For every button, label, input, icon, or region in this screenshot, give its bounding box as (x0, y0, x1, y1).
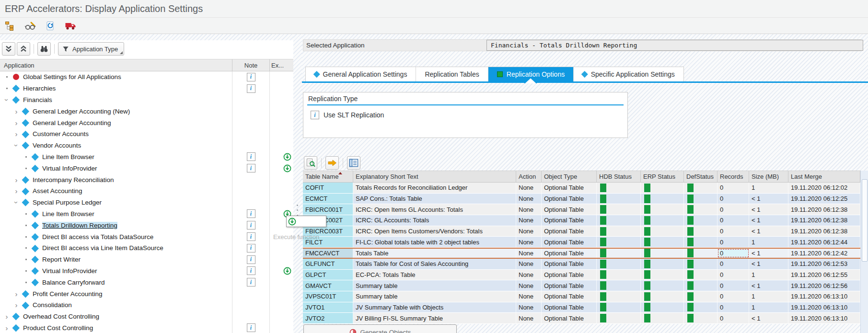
cell-action[interactable]: None (516, 226, 542, 237)
cell-size-mb[interactable]: < 1 (749, 226, 788, 237)
find-binoculars-button[interactable] (37, 42, 51, 56)
cell-erp-status[interactable] (641, 259, 684, 269)
tree-item[interactable]: ›Product Cost Controllingi (0, 322, 293, 333)
note-info-icon[interactable]: i (247, 209, 255, 218)
collapse-node-icon[interactable]: › (13, 198, 20, 207)
cell-erp-status[interactable] (641, 215, 684, 226)
cell-erp-status[interactable] (641, 280, 684, 291)
cell-erp-status[interactable] (641, 313, 684, 323)
tree-item-label[interactable]: Product Cost Controlling (23, 324, 93, 332)
collapse-node-icon[interactable]: › (13, 141, 20, 150)
cell-object-type[interactable]: Optional Table (542, 194, 597, 204)
cell-action[interactable]: None (516, 291, 542, 302)
cell-records[interactable]: 0 (718, 226, 749, 237)
cell-size-mb[interactable]: < 1 (749, 313, 788, 323)
tree-item-label[interactable]: Vendor Accounts (33, 142, 81, 149)
tree-item[interactable]: ›Customer Accounts (0, 128, 293, 140)
tree-item[interactable]: ›Asset Accounting (0, 185, 293, 197)
expand-node-icon[interactable]: › (2, 313, 12, 320)
collapse-node-icon[interactable]: › (3, 95, 11, 104)
table-row[interactable]: JVPSC01TSummary tableNoneOptional Table0… (303, 291, 860, 302)
cell-erp-status[interactable] (641, 302, 684, 313)
cell-table-name[interactable]: GLFUNCT (303, 259, 353, 269)
cell-erp-status[interactable] (641, 249, 684, 258)
tree-item[interactable]: Global Settings for All Applicationsi (0, 71, 293, 83)
refresh-display-button[interactable] (304, 156, 317, 170)
cell-def-status[interactable] (684, 237, 718, 247)
cell-hdb-status[interactable] (597, 204, 641, 215)
tree-item[interactable]: Direct BI access via Totals DataSourcei (0, 231, 293, 242)
cell-hdb-status[interactable] (597, 215, 641, 226)
note-info-icon[interactable]: i (247, 278, 255, 287)
cell-hdb-status[interactable] (597, 226, 641, 237)
tree-item[interactable]: Totals Drilldown Reportingi (0, 219, 293, 231)
display-change-glasses-icon[interactable] (24, 20, 36, 32)
execute-function-icon[interactable] (283, 267, 291, 275)
tab-replication-tables[interactable]: Replication Tables (416, 67, 488, 81)
note-info-icon[interactable]: i (247, 266, 255, 275)
info-icon[interactable]: i (311, 111, 319, 119)
cell-last-merge[interactable]: 19.11.2020 06:13:10 (788, 302, 860, 313)
cell-table-name[interactable]: FBICRC001T (303, 204, 353, 215)
tree-item[interactable]: ›Overhead Cost Controlling (0, 311, 293, 322)
cell-hdb-status[interactable] (597, 313, 641, 323)
note-info-icon[interactable]: i (247, 221, 255, 230)
cell-erp-status[interactable] (641, 204, 684, 215)
tree-item-label[interactable]: Financials (23, 96, 52, 103)
cell-table-name[interactable]: JVTO1 (303, 302, 353, 313)
cell-last-merge[interactable]: 19.11.2020 06:12:44 (788, 237, 860, 247)
cell-def-status[interactable] (684, 259, 718, 269)
cell-short-text[interactable]: EC-PCA: Totals Table (353, 270, 516, 280)
cell-short-text[interactable]: JV Billing FI-SL Summary Table (353, 313, 516, 323)
cell-last-merge[interactable]: 19.11.2020 06:12:56 (788, 280, 860, 291)
cell-object-type[interactable]: Optional Table (542, 313, 597, 323)
tree-item[interactable]: Direct BI access via Line Item DataSourc… (0, 242, 293, 254)
cell-last-merge[interactable]: 19.11.2020 06:12:38 (788, 226, 860, 237)
cell-size-mb[interactable]: 1 (749, 237, 788, 247)
cell-object-type[interactable]: Optional Table (542, 302, 597, 313)
tree-item-label[interactable]: Customer Accounts (33, 130, 89, 138)
cell-object-type[interactable]: Optional Table (542, 215, 597, 226)
column-header-erp-status[interactable]: ERP Status (641, 171, 684, 182)
cell-size-mb[interactable]: 1 (749, 291, 788, 302)
tree-item-label[interactable]: Hierarchies (23, 85, 56, 92)
column-header-execute[interactable]: Ex... (269, 59, 293, 71)
cell-def-status[interactable] (684, 183, 718, 193)
cell-def-status[interactable] (684, 270, 718, 280)
cell-table-name[interactable]: FMCCAVCT (303, 249, 353, 258)
cell-def-status[interactable] (684, 313, 718, 323)
cell-short-text[interactable]: SAP Cons.: Totals Table (353, 194, 516, 204)
cell-hdb-status[interactable] (597, 194, 641, 204)
execute-function-hover-button[interactable] (286, 216, 326, 227)
cell-size-mb[interactable]: < 1 (749, 280, 788, 291)
cell-records[interactable]: 0 (718, 237, 749, 247)
cell-def-status[interactable] (684, 291, 718, 302)
column-layout-button[interactable] (347, 156, 360, 170)
tree-item[interactable]: Hierarchiesi (0, 83, 293, 94)
tab-general-application-settings[interactable]: General Application Settings (306, 67, 416, 81)
tree-item[interactable]: ›Consolidation (0, 299, 293, 311)
cell-last-merge[interactable]: 19.11.2020 06:12:55 (788, 270, 860, 280)
cell-size-mb[interactable]: < 1 (749, 204, 788, 215)
tree-item-label[interactable]: Global Settings for All Applications (23, 73, 121, 80)
tree-item-label[interactable]: General Ledger Accounting (New) (33, 108, 130, 115)
table-row[interactable]: FBICRC002TICRC: GL Accounts: TotalsNoneO… (303, 215, 860, 226)
cell-erp-status[interactable] (641, 183, 684, 193)
cell-records[interactable]: 0 (718, 302, 749, 313)
tree-item[interactable]: ›Vendor Accounts (0, 140, 293, 151)
selected-application-field[interactable]: Financials - Totals Drilldown Reporting (486, 40, 863, 51)
cell-action[interactable]: None (516, 194, 542, 204)
cell-size-mb[interactable]: 1 (749, 183, 788, 193)
expand-all-button[interactable] (17, 42, 30, 56)
column-header-note[interactable]: Note (232, 59, 269, 71)
tree-item-label[interactable]: Balance Carryforward (42, 279, 105, 286)
column-header-explanatory-short-text[interactable]: Explanatory Short Text (353, 171, 516, 182)
cell-last-merge[interactable]: 19.11.2020 06:12:53 (788, 259, 860, 269)
cell-short-text[interactable]: FI-LC: Global totals table with 2 object… (353, 237, 516, 247)
cell-records[interactable]: 0 (718, 215, 749, 226)
cell-hdb-status[interactable] (597, 183, 641, 193)
collapse-all-button[interactable] (2, 42, 15, 56)
application-type-filter-button[interactable]: Application Type (58, 42, 124, 56)
cell-object-type[interactable]: Optional Table (542, 204, 597, 215)
table-row[interactable]: ECMCTSAP Cons.: Totals TableNoneOptional… (303, 194, 860, 205)
